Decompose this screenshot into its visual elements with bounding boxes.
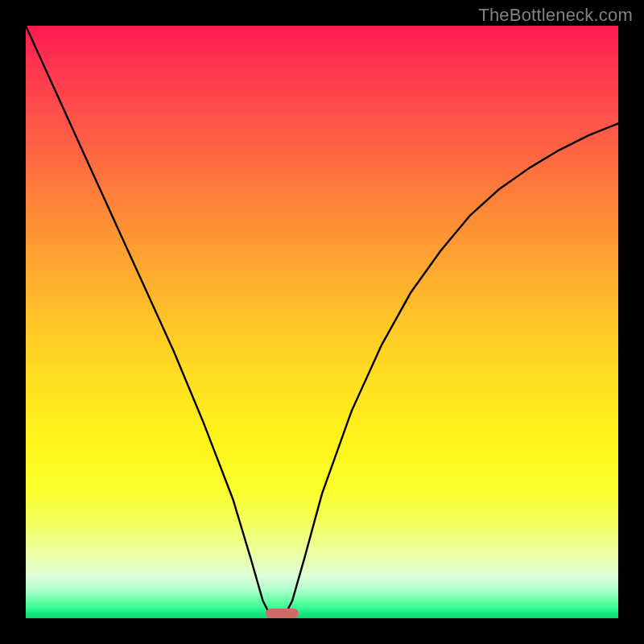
bottleneck-curve — [26, 26, 618, 618]
optimal-region-marker — [266, 609, 298, 618]
plot-area — [26, 26, 618, 618]
watermark-text: TheBottleneck.com — [478, 5, 633, 26]
chart-frame: TheBottleneck.com — [0, 0, 644, 644]
